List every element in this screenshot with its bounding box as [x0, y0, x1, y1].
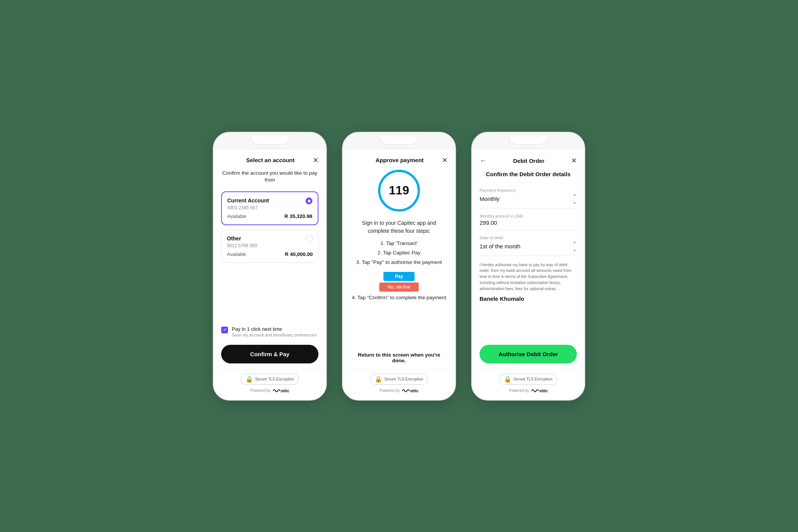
- phone1-notch: [251, 136, 289, 145]
- phone1: Select an account ✕ Confirm the account …: [213, 132, 327, 401]
- phone2: Approve payment ✕ 119 Sign in to your Ca…: [342, 132, 456, 401]
- account-card-other[interactable]: Other 9012 5768 365 Available R 40,000.0…: [221, 230, 318, 263]
- phone3-shield-icon: 🔒: [504, 376, 511, 383]
- pay-btn-red: No, decline: [379, 283, 419, 292]
- phone2-powered-text: Powered by: [380, 388, 400, 393]
- phone1-tls-text: Secure TLS Encryption: [255, 377, 294, 381]
- phone2-tls-badge: 🔒 Secure TLS Encryption: [370, 374, 428, 385]
- signatory-name: Banele Khumalo: [480, 295, 577, 302]
- debit-date-value: 1st of the month: [480, 243, 521, 249]
- amount-field-group: Monthly amount in ZAR 299.00: [480, 210, 577, 230]
- phone3-footer: 🔒 Secure TLS Encryption Powered by stitc…: [472, 369, 584, 400]
- account-amount-other: R 40,000.00: [285, 251, 313, 257]
- phone1-header: Select an account ✕: [221, 157, 318, 164]
- svg-text:stitch: stitch: [539, 388, 548, 393]
- confirm-pay-button[interactable]: Confirm & Pay: [221, 345, 318, 363]
- phone3-notch: [509, 136, 547, 145]
- account-balance-row-other: Available R 40,000.00: [227, 251, 313, 257]
- account-name-other: Other: [227, 235, 241, 242]
- account-number-other: 9012 5768 365: [227, 243, 313, 248]
- radio-selected-current[interactable]: [306, 197, 312, 204]
- phone2-notch: [380, 136, 418, 145]
- amount-value: 299.00: [480, 219, 497, 226]
- radio-unselected-other[interactable]: [306, 235, 313, 242]
- account-card-other-header: Other: [227, 235, 313, 242]
- frequency-value: Monthly: [480, 196, 500, 202]
- phone1-footer: 🔒 Secure TLS Encryption Powered by stitc…: [214, 369, 326, 400]
- debit-date-chevron-icon[interactable]: ⌃⌄: [572, 241, 577, 252]
- phone3: ← Debit Order ✕ Confirm the Debit Order …: [471, 132, 585, 401]
- phone3-back-icon[interactable]: ←: [480, 157, 486, 165]
- account-card-current[interactable]: Current Account 4901 2345 567 Available …: [221, 191, 318, 225]
- phone1-shield-icon: 🔒: [245, 376, 253, 383]
- svg-text:stitch: stitch: [410, 388, 418, 393]
- authorise-debit-order-button[interactable]: Authorise Debit Order: [480, 345, 577, 363]
- phone1-subtitle: Confirm the account you would like to pa…: [221, 170, 318, 184]
- save-preferences-row[interactable]: Pay in 1 click next time Save my account…: [221, 326, 318, 337]
- account-name-current: Current Account: [227, 197, 269, 204]
- phone2-notch-bar: [343, 133, 455, 149]
- phone1-close-icon[interactable]: ✕: [313, 157, 318, 164]
- phone3-tls-text: Secure TLS Encryption: [513, 377, 553, 381]
- phone1-title: Select an account: [228, 157, 313, 163]
- account-available-other: Available: [227, 252, 246, 257]
- phone3-notch-bar: [472, 133, 584, 149]
- phone3-content: ← Debit Order ✕ Confirm the Debit Order …: [472, 149, 584, 369]
- amount-value-row: 299.00: [480, 219, 577, 226]
- return-text: Return to this screen when you're done.: [350, 352, 448, 363]
- phones-container: Select an account ✕ Confirm the account …: [198, 117, 600, 416]
- account-amount-current: R 35,320.98: [284, 213, 312, 219]
- phone3-close-icon[interactable]: ✕: [571, 157, 577, 164]
- phone3-powered-by: Powered by stitch: [480, 388, 577, 394]
- frequency-value-row: Monthly ⌃⌄: [480, 194, 577, 204]
- stitch-logo-1: stitch: [272, 388, 289, 394]
- debit-date-label: Date of debit: [480, 235, 577, 240]
- checkbox-main-text: Pay in 1 click next time: [232, 326, 317, 332]
- frequency-label: Payment frequency: [480, 188, 577, 193]
- phone1-notch-bar: [214, 133, 326, 149]
- frequency-chevron-icon[interactable]: ⌃⌄: [572, 194, 577, 204]
- pay-buttons-illustration: Pay No, decline: [350, 272, 448, 292]
- phone2-header: Approve payment ✕: [350, 157, 448, 164]
- account-card-current-header: Current Account: [227, 197, 312, 204]
- phone3-wrapper: ← Debit Order ✕ Confirm the Debit Order …: [471, 132, 585, 401]
- step3: 3. Tap "Pay" to authorise the payment: [350, 259, 448, 265]
- debit-date-field-group[interactable]: Date of debit 1st of the month ⌃⌄: [480, 232, 577, 256]
- stitch-logo-2: stitch: [402, 388, 418, 394]
- save-preferences-checkbox[interactable]: [221, 327, 228, 333]
- timer-value: 119: [389, 183, 409, 197]
- account-available-current: Available: [227, 214, 247, 219]
- phone1-tls-badge: 🔒 Secure TLS Encryption: [241, 374, 299, 385]
- timer-circle: 119: [378, 170, 420, 212]
- step1: 1. Tap 'Transact': [350, 240, 448, 246]
- phone2-footer: 🔒 Secure TLS Encryption Powered by stitc…: [343, 369, 455, 400]
- phone1-content: Select an account ✕ Confirm the account …: [214, 149, 326, 369]
- checkbox-text-group: Pay in 1 click next time Save my account…: [232, 326, 317, 337]
- phone3-powered-text: Powered by: [509, 388, 529, 393]
- phone2-content: Approve payment ✕ 119 Sign in to your Ca…: [343, 149, 455, 369]
- phone1-powered-by: Powered by stitch: [221, 388, 318, 394]
- auth-text: I hereby authorise my bank to pay by way…: [480, 262, 577, 292]
- phone1-wrapper: Select an account ✕ Confirm the account …: [213, 132, 327, 401]
- checkbox-sub-text: Save my account and beneficiary preferen…: [232, 333, 317, 337]
- phone2-title: Approve payment: [357, 157, 442, 163]
- account-number-current: 4901 2345 567: [227, 205, 312, 210]
- svg-text:stitch: stitch: [281, 388, 289, 393]
- phone2-powered-by: Powered by stitch: [350, 388, 448, 394]
- phone1-powered-text: Powered by: [250, 388, 271, 393]
- account-balance-row-current: Available R 35,320.98: [227, 213, 312, 219]
- pay-btn-green: Pay: [383, 272, 414, 281]
- steps-intro: Sign in to your Capitec app and complete…: [350, 219, 448, 235]
- phone2-close-icon[interactable]: ✕: [442, 157, 448, 164]
- phone2-tls-text: Secure TLS Encryption: [384, 377, 423, 381]
- step2: 2. Tap Capitec Pay: [350, 250, 448, 256]
- frequency-field-group[interactable]: Payment frequency Monthly ⌃⌄: [480, 184, 577, 208]
- amount-label: Monthly amount in ZAR: [480, 214, 577, 218]
- phone3-tls-badge: 🔒 Secure TLS Encryption: [499, 374, 557, 385]
- debit-confirm-title: Confirm the Debit Order details: [480, 171, 577, 177]
- step4: 4. Tap "Confirm" to complete the payment: [350, 295, 448, 300]
- stitch-logo-3: stitch: [531, 388, 548, 394]
- phone3-title: Debit Order: [486, 158, 571, 164]
- phone2-wrapper: Approve payment ✕ 119 Sign in to your Ca…: [342, 132, 456, 401]
- phone2-shield-icon: 🔒: [375, 376, 382, 383]
